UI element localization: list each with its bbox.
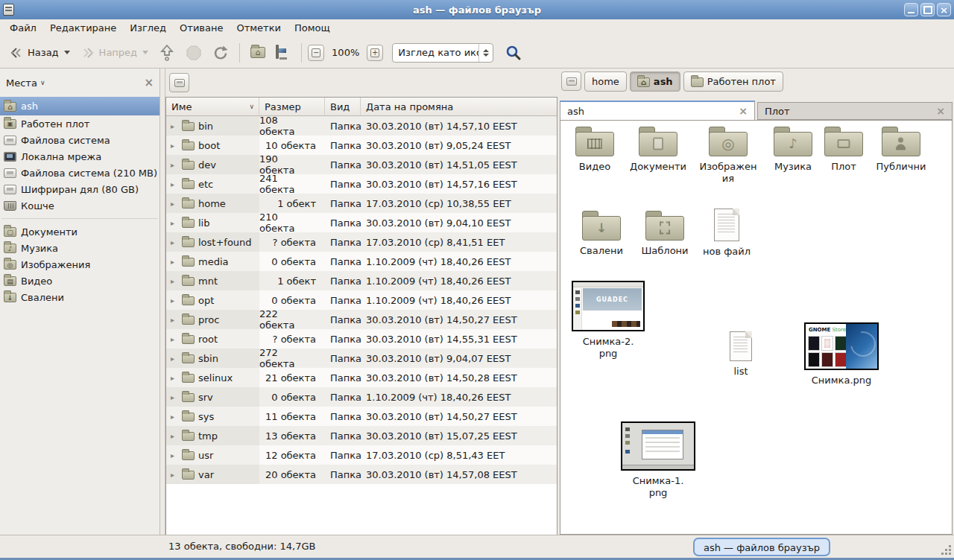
tab-ash[interactable]: ash × [560, 101, 755, 121]
column-header-date[interactable]: Дата на промяна [361, 98, 557, 116]
sidebar-item[interactable]: Кошче [0, 197, 159, 214]
back-dropdown-icon[interactable] [64, 51, 70, 54]
search-button[interactable] [505, 45, 522, 61]
menu-item[interactable]: Файл [3, 19, 43, 37]
sidebar-item[interactable]: ash [0, 97, 159, 115]
chevron-down-icon[interactable]: ∨ [40, 79, 45, 86]
expander-icon[interactable] [171, 122, 178, 130]
root-filesystem-button[interactable] [561, 71, 581, 91]
menu-item[interactable]: Отметки [230, 19, 287, 37]
sidebar-item[interactable]: Свалени [0, 289, 159, 305]
expander-icon[interactable] [171, 161, 178, 169]
sidebar-item[interactable]: Музика [0, 240, 159, 256]
expander-icon[interactable] [171, 141, 178, 150]
table-row[interactable]: srv 0 обекта Папка 1.10.2009 (чт) 18,40,… [166, 387, 557, 407]
path-button-ash[interactable]: ash [630, 71, 680, 92]
column-header-name[interactable]: Име ∨ [166, 98, 259, 116]
folder-item-music[interactable]: ♪ Музика [765, 127, 821, 173]
expander-icon[interactable] [171, 354, 178, 363]
path-button-home[interactable]: home [584, 71, 627, 92]
expander-icon[interactable] [171, 277, 178, 285]
home-button[interactable] [246, 44, 270, 61]
column-header-size[interactable]: Размер [259, 98, 325, 116]
minimize-button[interactable] [904, 3, 918, 16]
expander-icon[interactable] [171, 374, 178, 382]
sidebar-item[interactable]: Шифриран дял (80 GB) [0, 181, 159, 197]
maximize-button[interactable] [920, 3, 935, 16]
resize-grip[interactable] [949, 553, 951, 555]
table-row[interactable]: dev 190 обекта Папка 30.03.2010 (вт) 14,… [166, 155, 557, 174]
sidebar-item[interactable]: Файлова система (210 MB) [0, 165, 159, 181]
expander-icon[interactable] [171, 432, 178, 440]
sidebar-item[interactable]: Файлова система [0, 132, 159, 148]
folder-item-desktop[interactable]: Плот [821, 127, 866, 173]
sidebar-title[interactable]: Места [6, 77, 37, 89]
folder-item-documents[interactable]: Документи [623, 127, 693, 173]
file-item-new-file[interactable]: нов файл [699, 209, 754, 258]
path-button-desktop[interactable]: Работен плот [683, 71, 783, 92]
sidebar-close-icon[interactable]: × [144, 76, 154, 89]
table-row[interactable]: lib 210 обекта Папка 30.03.2010 (вт) 9,0… [166, 213, 557, 232]
expander-icon[interactable] [171, 393, 178, 401]
expander-icon[interactable] [171, 471, 178, 479]
table-row[interactable]: opt 0 обекта Папка 1.10.2009 (чт) 18,40,… [166, 290, 557, 310]
icon-view[interactable]: Видео Документи ◎ Изображения ♪ Музика П… [560, 120, 953, 535]
folder-item-video[interactable]: Видео [571, 127, 619, 173]
file-item-snimka[interactable]: GNOME Store Снимка.png [800, 322, 882, 386]
up-button[interactable] [154, 41, 180, 65]
table-row[interactable]: etc 241 обекта Папка 30.03.2010 (вт) 14,… [166, 174, 557, 194]
expander-icon[interactable] [171, 200, 178, 208]
forward-button[interactable]: Напред [76, 43, 153, 63]
table-row[interactable]: sys 11 обекта Папка 30.03.2010 (вт) 14,5… [166, 407, 557, 426]
folder-item-images[interactable]: ◎ Изображения [696, 127, 760, 185]
menu-item[interactable]: Изглед [123, 19, 173, 37]
expander-icon[interactable] [171, 413, 178, 421]
file-item-snimka1[interactable]: Снимка-1.png [619, 421, 698, 500]
table-row[interactable]: var 20 обекта Папка 30.03.2010 (вт) 14,5… [166, 465, 557, 484]
expander-icon[interactable] [171, 296, 178, 305]
table-row[interactable]: sbin 272 обекта Папка 30.03.2010 (вт) 9,… [166, 349, 557, 368]
table-row[interactable]: boot 10 обекта Папка 30.03.2010 (вт) 9,0… [166, 136, 557, 155]
sidebar-item[interactable]: Документи [0, 223, 159, 240]
table-row[interactable]: media 0 обекта Папка 1.10.2009 (чт) 18,4… [166, 252, 557, 271]
sidebar-item[interactable]: Работен плот [0, 115, 159, 132]
folder-item-downloads[interactable]: ↓ Свалени [572, 211, 631, 257]
expander-icon[interactable] [171, 258, 178, 266]
menu-item[interactable]: Помощ [288, 19, 337, 37]
column-header-type[interactable]: Вид [325, 98, 361, 116]
table-row[interactable]: lost+found ? обекта Папка 17.03.2010 (ср… [166, 232, 557, 252]
menu-item[interactable]: Редактиране [43, 19, 123, 37]
menu-item[interactable]: Отиване [173, 19, 230, 37]
table-row[interactable]: bin 108 обекта Папка 30.03.2010 (вт) 14,… [166, 116, 557, 136]
forward-dropdown-icon[interactable] [142, 51, 148, 54]
back-button[interactable]: Назад [4, 43, 75, 63]
pane-splitter[interactable] [160, 69, 165, 535]
table-row[interactable]: root ? обекта Папка 30.03.2010 (вт) 14,5… [166, 329, 557, 349]
computer-button[interactable] [271, 43, 295, 63]
expander-icon[interactable] [171, 238, 178, 246]
table-row[interactable]: selinux 21 обекта Папка 30.03.2010 (вт) … [166, 368, 557, 387]
window-list-button[interactable]: ash — файлов браузър [693, 538, 830, 556]
stop-button[interactable] [181, 42, 206, 64]
zoom-in-button[interactable]: + [367, 45, 383, 61]
tab-plot[interactable]: Плот × [757, 102, 953, 120]
expander-icon[interactable] [171, 451, 178, 459]
file-item-list[interactable]: list [720, 331, 762, 378]
zoom-out-button[interactable]: − [308, 45, 324, 61]
table-row[interactable]: tmp 13 обекта Папка 30.03.2010 (вт) 15,0… [166, 426, 557, 445]
table-row[interactable]: mnt 1 обект Папка 1.10.2009 (чт) 18,40,2… [166, 271, 557, 290]
table-row[interactable]: proc 222 обекта Папка 30.03.2010 (вт) 14… [166, 310, 557, 329]
table-row[interactable]: home 1 обект Папка 17.03.2010 (ср) 10,38… [166, 194, 557, 213]
view-mode-select[interactable]: Изглед като икони [392, 43, 493, 63]
expander-icon[interactable] [171, 335, 178, 343]
sidebar-item[interactable]: Изображения [0, 256, 159, 273]
tab-close-icon[interactable]: × [739, 105, 748, 117]
tab-close-icon[interactable]: × [936, 105, 945, 117]
sidebar-item[interactable]: Видео [0, 273, 159, 289]
folder-item-templates[interactable]: Шаблони [635, 211, 695, 257]
expander-icon[interactable] [171, 219, 178, 227]
expander-icon[interactable] [171, 316, 178, 324]
reload-button[interactable] [208, 42, 233, 64]
table-row[interactable]: usr 12 обекта Папка 17.03.2010 (ср) 8,51… [166, 445, 557, 465]
file-item-snimka2[interactable]: GUADEC Снимка-2.png [569, 281, 647, 360]
